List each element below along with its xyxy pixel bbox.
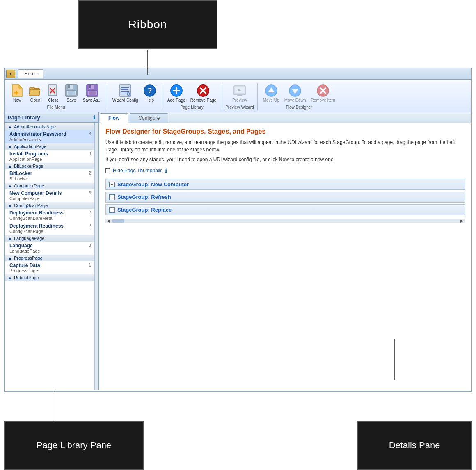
library-item-install-programs[interactable]: Install Programs 3 ApplicationPage — [5, 150, 94, 163]
library-item-bitlocker-name: BitLocker — [9, 171, 32, 176]
library-item-progress-name: Capture Data — [9, 262, 40, 268]
library-item-admin-password[interactable]: Administrator Password 3 AdminAccounts — [5, 130, 94, 143]
hide-thumbnails-info-icon[interactable]: ℹ — [165, 167, 167, 174]
library-item-admin-password-page: AdminAccounts — [9, 137, 91, 142]
new-icon — [11, 84, 24, 97]
preview-wizard-inner: Preview Preview Wizard — [225, 83, 254, 110]
add-page-button[interactable]: Add Page — [165, 83, 188, 104]
app-menu-button[interactable]: ▼ — [6, 70, 15, 78]
stage-group-new-computer-header[interactable]: + StageGroup: New Computer — [106, 179, 465, 189]
tab-configure[interactable]: Configure — [130, 113, 168, 123]
library-item-configscan-bare[interactable]: Deployment Readiness 2 ConfigScanBareMet… — [5, 209, 94, 222]
preview-wizard-buttons: Preview — [230, 83, 249, 104]
move-down-label: Move Down — [284, 98, 306, 103]
tab-flow[interactable]: Flow — [100, 113, 128, 123]
svg-text:?: ? — [147, 87, 152, 95]
bottom-labels: Page Library Pane Details Pane — [0, 380, 476, 470]
page-library-pane-box: Page Library Pane — [4, 421, 144, 470]
library-item-admin-password-num: 3 — [89, 131, 91, 137]
library-item-admin-password-sub: Administrator Password 3 — [9, 131, 91, 137]
section-bitlocker[interactable]: ▲ BitLockerPage — [5, 163, 94, 169]
library-item-configscan-bare-page: ConfigScanBareMetal — [9, 216, 91, 221]
library-item-computer-page: ComputerPage — [9, 196, 91, 201]
open-button[interactable]: Open — [27, 83, 44, 104]
section-language[interactable]: ▲ LanguagePage — [5, 235, 94, 242]
section-computer[interactable]: ▲ ComputerPage — [5, 183, 94, 189]
preview-button[interactable]: Preview — [230, 83, 249, 104]
section-language-collapse-icon: ▲ — [8, 236, 12, 241]
app-window: ▼ Home — [4, 68, 472, 392]
section-admin-accounts[interactable]: ▲ AdminAccountsPage — [5, 123, 94, 130]
move-up-button[interactable]: Move Up — [261, 83, 281, 104]
section-computer-collapse-icon: ▲ — [8, 183, 12, 188]
remove-page-button[interactable]: Remove Page — [188, 83, 218, 104]
section-configscan[interactable]: ▲ ConfigScanPage — [5, 202, 94, 209]
library-item-progress-sub: Capture Data 1 — [9, 262, 91, 268]
library-item-install-programs-sub: Install Programs 3 — [9, 151, 91, 157]
section-reboot[interactable]: ▲ RebootPage — [5, 274, 94, 281]
preview-icon — [233, 84, 246, 97]
stage-group-refresh-expand[interactable]: + — [109, 194, 115, 200]
library-item-computer[interactable]: New Computer Details 3 ComputerPage — [5, 189, 94, 202]
library-item-bitlocker[interactable]: BitLocker 2 BitLocker — [5, 169, 94, 183]
section-progress[interactable]: ▲ ProgressPage — [5, 255, 94, 261]
stage-group-refresh-header[interactable]: + StageGroup: Refresh — [106, 192, 465, 202]
ribbon-label-text: Ribbon — [128, 18, 167, 31]
library-item-install-name: Install Programs — [9, 151, 48, 157]
saveas-button[interactable]: Save As... — [81, 83, 103, 104]
scroll-left-arrow[interactable]: ◀ — [105, 219, 111, 223]
toolbar-group-flow-designer: Move Up Move Down — [259, 83, 341, 110]
page-library-inner: Add Page Remove Page — [165, 83, 218, 110]
section-progress-collapse-icon: ▲ — [8, 256, 12, 260]
library-item-bitlocker-num: 2 — [89, 171, 91, 176]
section-application[interactable]: ▲ ApplicationPage — [5, 143, 94, 150]
main-content-area: Page Library ℹ ▲ AdminAccountsPage Admin… — [5, 112, 471, 390]
stage-group-replace-title: StageGroup: Replace — [117, 207, 172, 213]
library-item-admin-sub-text: AdminAccounts — [9, 137, 41, 142]
add-page-icon — [170, 84, 183, 97]
library-item-language[interactable]: Language 3 LanguagePage — [5, 242, 94, 255]
page-library-pane-label: Page Library Pane — [37, 440, 111, 451]
library-item-configscan-page[interactable]: Deployment Readiness 2 ConfigScanPage — [5, 222, 94, 235]
remove-item-button[interactable]: Remove Item — [309, 83, 337, 104]
library-item-language-sub: Language 3 — [9, 243, 91, 249]
move-up-icon — [265, 84, 278, 97]
new-label: New — [13, 98, 21, 103]
library-scrollbar[interactable] — [94, 123, 98, 390]
config-group-label: . — [110, 105, 158, 110]
stage-group-replace: + StageGroup: Replace — [105, 204, 465, 215]
file-menu-buttons: New Open — [9, 83, 103, 104]
tab-home[interactable]: Home — [18, 69, 43, 78]
library-item-progress[interactable]: Capture Data 1 ProgressPage — [5, 261, 94, 274]
library-item-install-sub: ApplicationPage — [9, 157, 91, 162]
scroll-thumb[interactable] — [112, 219, 124, 223]
stage-group-replace-header[interactable]: + StageGroup: Replace — [106, 205, 465, 215]
section-computer-label: ComputerPage — [14, 183, 44, 188]
stage-group-new-computer-expand[interactable]: + — [109, 182, 115, 187]
svg-rect-12 — [68, 85, 70, 88]
page-library-info-icon[interactable]: ℹ — [93, 114, 95, 121]
save-button[interactable]: Save — [63, 83, 80, 104]
scroll-right-arrow[interactable]: ▶ — [459, 219, 465, 223]
move-up-label: Move Up — [263, 98, 279, 103]
section-reboot-collapse-icon: ▲ — [8, 275, 12, 280]
toolbar-group-page-library: Add Page Remove Page — [164, 83, 222, 110]
help-button[interactable]: ? Help — [141, 83, 158, 104]
section-admin-label: AdminAccountsPage — [14, 124, 56, 129]
close-button[interactable]: Close — [45, 83, 62, 104]
stage-group-replace-expand[interactable]: + — [109, 207, 115, 213]
move-down-button[interactable]: Move Down — [282, 83, 308, 104]
title-bar: ▼ Home — [5, 68, 471, 80]
section-language-label: LanguagePage — [14, 236, 45, 241]
details-pane-label: Details Pane — [389, 440, 440, 451]
library-list: ▲ AdminAccountsPage Administrator Passwo… — [5, 123, 94, 390]
saveas-label: Save As... — [83, 98, 101, 103]
flow-scrollbar-h[interactable]: ◀ ▶ — [105, 219, 465, 223]
new-button[interactable]: New — [9, 83, 26, 104]
library-item-configscan-bare-name: Deployment Readiness — [9, 210, 64, 216]
wizard-config-button[interactable]: Wizard Config — [110, 83, 140, 104]
flow-tabs: Flow Configure — [99, 112, 471, 123]
help-icon: ? — [143, 84, 156, 97]
page-library-header: Page Library ℹ — [5, 112, 98, 123]
hide-thumbnails-checkbox[interactable] — [105, 168, 110, 173]
